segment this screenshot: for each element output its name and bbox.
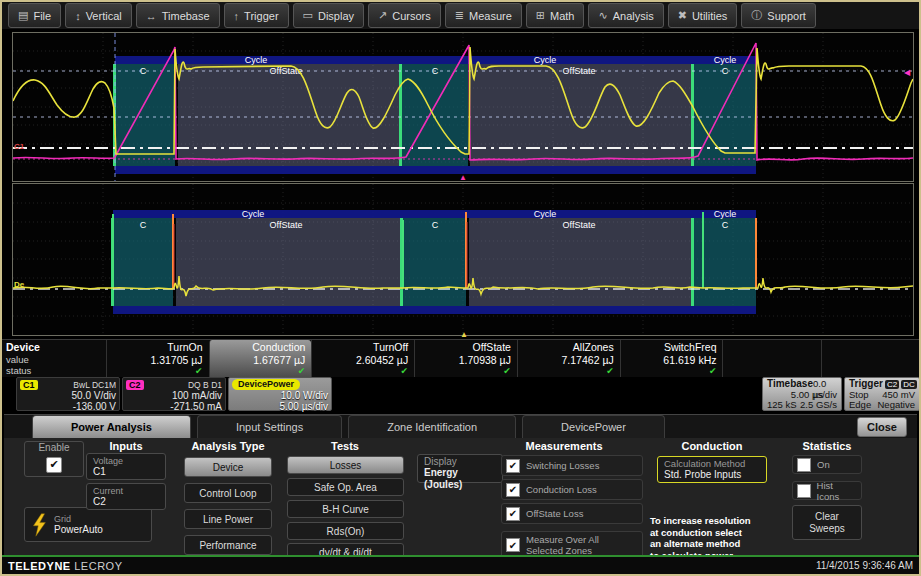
monitor-icon: ▭ xyxy=(303,9,313,22)
menu-file[interactable]: ▤File xyxy=(8,3,61,28)
test-safe-op-area-button[interactable]: Safe Op. Area xyxy=(287,478,404,496)
menu-bar: ▤File ↕Vertical ↔Timebase ↑Trigger ▭Disp… xyxy=(2,2,919,29)
c1-voltage-trace xyxy=(13,47,913,154)
statistics-on-checkbox[interactable] xyxy=(797,458,811,472)
voltage-label: Voltage xyxy=(93,456,159,466)
grid-mode-button[interactable]: Grid PowerAuto xyxy=(24,507,152,542)
cursor-position-marker[interactable]: ▲ xyxy=(460,331,468,339)
voltage-value: C1 xyxy=(93,466,159,478)
upper-traces xyxy=(13,33,913,181)
analysis-control-loop-button[interactable]: Control Loop xyxy=(184,483,272,503)
menu-display[interactable]: ▭Display xyxy=(293,3,364,28)
status-check-icon: ✔ xyxy=(623,367,717,376)
info-icon: ⓘ xyxy=(751,8,762,23)
analysis-line-power-button[interactable]: Line Power xyxy=(184,509,272,529)
switching-losses-checkbox[interactable]: ✔ xyxy=(506,459,520,473)
conduction-loss-checkbox[interactable]: ✔ xyxy=(506,483,520,497)
timebase-descriptor[interactable]: Timebase0.0 µs 5.00 µs/div 125 kS2.5 GS/… xyxy=(762,377,842,411)
lower-waveform-grid[interactable]: C Cycle OffState C Cycle OffState Cycle … xyxy=(12,183,914,336)
clear-sweeps-button[interactable]: Clear Sweeps xyxy=(792,505,862,540)
measure-col-empty xyxy=(821,340,919,377)
c1-descriptor[interactable]: C1BwL DC1M 50.0 V/div -136.00 V xyxy=(16,377,120,411)
enable-group: Enable ✔ xyxy=(24,441,84,477)
device-power-descriptor[interactable]: DevicePower 10.0 W/div 5.00 µs/div xyxy=(228,377,332,411)
statistics-on-row[interactable]: On xyxy=(792,455,862,474)
analysis-performance-button[interactable]: Performance xyxy=(184,535,272,555)
menu-cursors[interactable]: ↗Cursors xyxy=(368,3,441,28)
menu-trigger[interactable]: ↑Trigger xyxy=(224,3,289,28)
offstate-loss-checkbox[interactable]: ✔ xyxy=(506,507,520,521)
device-power-scale: 10.0 W/div xyxy=(232,390,328,401)
test-losses-button[interactable]: Losses xyxy=(287,456,404,474)
timebase-rate: 2.5 GS/s xyxy=(800,400,837,411)
conduction-header: Conduction xyxy=(652,440,772,452)
measure-status-label: status xyxy=(6,365,100,376)
menu-display-label: Display xyxy=(318,10,354,22)
menu-measure[interactable]: ≣Measure xyxy=(445,3,522,28)
measure-over-all-zones-checkbox[interactable]: ✔ xyxy=(506,538,520,552)
measure-source-label: Device xyxy=(6,341,100,353)
menu-support[interactable]: ⓘSupport xyxy=(741,3,816,28)
menu-timebase[interactable]: ↔Timebase xyxy=(136,3,220,28)
statistics-header: Statistics xyxy=(772,440,882,452)
c1-offset-marker[interactable]: C1 xyxy=(14,142,24,151)
voltage-input-button[interactable]: Voltage C1 xyxy=(86,453,166,480)
menu-math-label: Math xyxy=(550,10,574,22)
measure-row-labels: Device value status xyxy=(2,340,106,377)
menu-vertical[interactable]: ↕Vertical xyxy=(65,3,132,28)
device-power-label-marker[interactable]: De xyxy=(14,280,24,289)
tab-device-power[interactable]: DevicePower xyxy=(522,415,665,438)
menu-analysis[interactable]: ∿Analysis xyxy=(588,3,663,28)
current-input-button[interactable]: Current C2 xyxy=(86,483,166,510)
oscilloscope-screen: ▤File ↕Vertical ↔Timebase ↑Trigger ▭Disp… xyxy=(0,0,921,576)
tab-zone-identification[interactable]: Zone Identification xyxy=(348,415,516,438)
measure-over-all-zones-label: Measure Over All Selected Zones xyxy=(526,534,626,556)
device-power-trace xyxy=(13,276,913,296)
status-check-icon: ✔ xyxy=(417,367,511,376)
current-value: C2 xyxy=(93,496,159,508)
file-icon: ▤ xyxy=(18,9,28,22)
c1-channel-tag: C1 xyxy=(20,380,38,390)
hist-icons-row[interactable]: Hist Icons xyxy=(792,481,862,500)
test-rds-on-button[interactable]: Rds(On) xyxy=(287,522,404,540)
offstate-loss-row[interactable]: ✔ OffState Loss xyxy=(501,503,643,524)
measurement-table: Device value status TurnOn 1.31705 µJ ✔ … xyxy=(2,339,919,377)
power-analysis-dialog: Power Analysis Input Settings Zone Ident… xyxy=(4,414,917,560)
vertical-arrows-icon: ↕ xyxy=(75,10,81,22)
timebase-delay: 0.0 µs xyxy=(813,379,837,390)
status-check-icon: ✔ xyxy=(212,367,306,376)
menu-math[interactable]: ⊞Math xyxy=(526,3,585,28)
inputs-header: Inputs xyxy=(76,440,176,452)
menu-analysis-label: Analysis xyxy=(613,10,654,22)
trigger-descriptor[interactable]: TriggerC2DC Stop450 mV EdgeNegative xyxy=(844,377,920,411)
switching-losses-row[interactable]: ✔ Switching Losses xyxy=(501,455,643,476)
tab-input-settings[interactable]: Input Settings xyxy=(197,415,342,438)
conduction-loss-row[interactable]: ✔ Conduction Loss xyxy=(501,479,643,500)
trigger-slope: Negative xyxy=(878,400,916,411)
menu-utilities[interactable]: ✖Utilities xyxy=(668,3,738,28)
c2-scale: 100 mA/div xyxy=(126,390,222,401)
hist-icons-label: Hist Icons xyxy=(817,480,857,502)
hist-icons-checkbox[interactable] xyxy=(797,484,811,498)
c2-current-trace xyxy=(13,43,913,160)
test-bh-curve-button[interactable]: B-H Curve xyxy=(287,500,404,518)
calculation-method-button[interactable]: Calculation Method Std. Probe Inputs xyxy=(657,456,767,483)
status-bar: TELEDYNE LECROY 11/4/2015 9:36:46 AM xyxy=(2,555,919,574)
menu-utilities-label: Utilities xyxy=(692,10,727,22)
measure-lines-icon: ≣ xyxy=(455,9,464,22)
tab-power-analysis[interactable]: Power Analysis xyxy=(32,415,191,438)
c2-descriptor[interactable]: C2DQ B D1 100 mA/div -271.50 mA xyxy=(122,377,226,411)
close-button[interactable]: Close xyxy=(857,417,907,437)
measurements-header: Measurements xyxy=(504,440,624,452)
enable-checkbox[interactable]: ✔ xyxy=(46,457,62,473)
upper-waveform-grid[interactable]: C Cycle OffState C Cycle OffState Cycle … xyxy=(12,32,914,182)
measure-col-offstate: OffState 1.70938 µJ ✔ xyxy=(414,340,517,377)
c1-scale: 50.0 V/div xyxy=(20,390,116,401)
analysis-device-button[interactable]: Device xyxy=(184,457,272,477)
display-units-button[interactable]: Display Energy (Joules) xyxy=(417,454,503,483)
trigger-coupling-badge: DC xyxy=(901,380,917,389)
trigger-level-marker[interactable]: ◀ xyxy=(904,69,910,77)
measure-col-allzones: AllZones 7.17462 µJ ✔ xyxy=(517,340,620,377)
datetime: 11/4/2015 9:36:46 AM xyxy=(816,560,913,571)
trigger-position-marker[interactable]: ▲ xyxy=(459,174,467,182)
